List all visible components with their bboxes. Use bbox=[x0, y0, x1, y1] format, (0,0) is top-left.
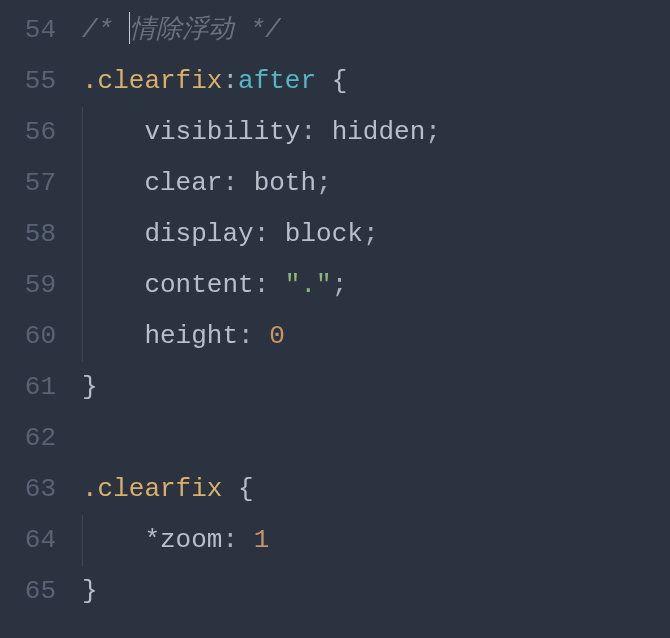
indent-guide bbox=[82, 107, 83, 158]
code-token: { bbox=[222, 474, 253, 504]
code-token: height bbox=[82, 321, 238, 351]
code-token: : bbox=[254, 270, 285, 300]
code-token: block bbox=[285, 219, 363, 249]
code-token: : bbox=[254, 219, 285, 249]
code-line[interactable] bbox=[82, 413, 670, 464]
code-line[interactable]: /* 情除浮动 */ bbox=[82, 5, 670, 56]
code-token: .clearfix bbox=[82, 474, 222, 504]
line-number: 61 bbox=[8, 362, 56, 413]
code-line[interactable]: clear: both; bbox=[82, 158, 670, 209]
line-number: 63 bbox=[8, 464, 56, 515]
line-number: 54 bbox=[8, 5, 56, 56]
code-line[interactable]: .clearfix { bbox=[82, 464, 670, 515]
code-token: hidden bbox=[332, 117, 426, 147]
line-number: 58 bbox=[8, 209, 56, 260]
code-token: { bbox=[316, 66, 347, 96]
line-gutter: 545556575859606162636465 bbox=[0, 0, 68, 638]
indent-guide bbox=[82, 158, 83, 209]
code-token: ; bbox=[363, 219, 379, 249]
code-line[interactable]: *zoom: 1 bbox=[82, 515, 670, 566]
line-number: 65 bbox=[8, 566, 56, 617]
code-token: } bbox=[82, 576, 98, 606]
code-token: .clearfix bbox=[82, 66, 222, 96]
line-number: 56 bbox=[8, 107, 56, 158]
code-line[interactable]: visibility: hidden; bbox=[82, 107, 670, 158]
code-token: 1 bbox=[254, 525, 270, 555]
line-number: 57 bbox=[8, 158, 56, 209]
code-token: : bbox=[222, 525, 253, 555]
code-token: ; bbox=[316, 168, 332, 198]
code-token: after bbox=[238, 66, 316, 96]
code-editor[interactable]: 545556575859606162636465 /* 情除浮动 */.clea… bbox=[0, 0, 670, 638]
code-token: visibility bbox=[82, 117, 300, 147]
code-line[interactable]: } bbox=[82, 362, 670, 413]
indent-guide bbox=[82, 311, 83, 362]
code-token: : bbox=[238, 321, 269, 351]
code-token: } bbox=[82, 372, 98, 402]
indent-guide bbox=[82, 515, 83, 566]
code-line[interactable]: height: 0 bbox=[82, 311, 670, 362]
line-number: 64 bbox=[8, 515, 56, 566]
code-token: : bbox=[300, 117, 331, 147]
code-line[interactable]: display: block; bbox=[82, 209, 670, 260]
code-token: ; bbox=[425, 117, 441, 147]
code-line[interactable]: .clearfix:after { bbox=[82, 56, 670, 107]
code-token: /* bbox=[82, 15, 129, 45]
line-number: 60 bbox=[8, 311, 56, 362]
code-token: 0 bbox=[269, 321, 285, 351]
text-cursor bbox=[129, 12, 130, 44]
code-token: ; bbox=[332, 270, 348, 300]
code-token: both bbox=[254, 168, 316, 198]
line-number: 62 bbox=[8, 413, 56, 464]
code-token: "." bbox=[285, 270, 332, 300]
code-line[interactable]: } bbox=[82, 566, 670, 617]
code-token: display bbox=[82, 219, 254, 249]
code-token: : bbox=[222, 168, 253, 198]
indent-guide bbox=[82, 260, 83, 311]
code-token: content bbox=[82, 270, 254, 300]
code-token: 情除浮动 */ bbox=[130, 15, 281, 45]
indent-guide bbox=[82, 209, 83, 260]
code-token: : bbox=[222, 66, 238, 96]
code-token: *zoom bbox=[82, 525, 222, 555]
line-number: 59 bbox=[8, 260, 56, 311]
code-area[interactable]: /* 情除浮动 */.clearfix:after { visibility: … bbox=[68, 0, 670, 638]
code-token: clear bbox=[82, 168, 222, 198]
line-number: 55 bbox=[8, 56, 56, 107]
code-line[interactable]: content: "."; bbox=[82, 260, 670, 311]
